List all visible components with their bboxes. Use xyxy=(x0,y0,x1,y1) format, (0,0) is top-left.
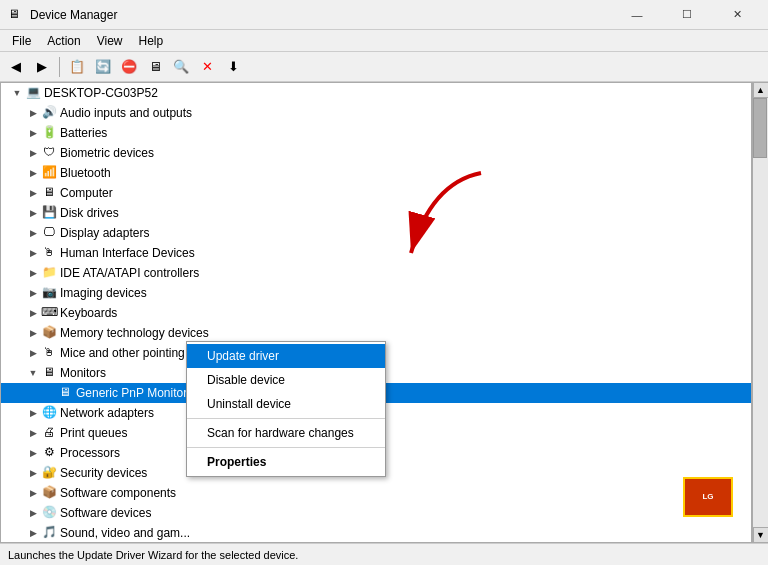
expand-icon-memory: ▶ xyxy=(25,328,41,338)
menu-view[interactable]: View xyxy=(89,32,131,50)
root-label: DESKTOP-CG03P52 xyxy=(44,86,158,100)
scrollbar-track[interactable] xyxy=(753,98,768,527)
print-label: Print queues xyxy=(60,426,127,440)
network-label: Network adapters xyxy=(60,406,154,420)
menu-file[interactable]: File xyxy=(4,32,39,50)
tree-panel[interactable]: ▼ 💻 DESKTOP-CG03P52 ▶ 🔊 Audio inputs and… xyxy=(0,82,752,543)
ide-icon: 📁 xyxy=(41,265,57,281)
expand-icon-display: ▶ xyxy=(25,228,41,238)
memory-icon: 📦 xyxy=(41,325,57,341)
network-icon: 🌐 xyxy=(41,405,57,421)
audio-icon: 🔊 xyxy=(41,105,57,121)
security-label: Security devices xyxy=(60,466,147,480)
expand-icon-audio: ▶ xyxy=(25,108,41,118)
batteries-label: Batteries xyxy=(60,126,107,140)
context-menu-item-scan-hardware[interactable]: Scan for hardware changes xyxy=(187,421,385,445)
bluetooth-icon: 📶 xyxy=(41,165,57,181)
expand-icon-disk: ▶ xyxy=(25,208,41,218)
context-menu-item-update-driver[interactable]: Update driver xyxy=(187,344,385,368)
toolbar-disable[interactable]: ⛔ xyxy=(117,55,141,79)
tree-item-biometric[interactable]: ▶ 🛡 Biometric devices xyxy=(1,143,751,163)
tree-item-audio[interactable]: ▶ 🔊 Audio inputs and outputs xyxy=(1,103,751,123)
menu-help[interactable]: Help xyxy=(131,32,172,50)
tree-item-display[interactable]: ▶ 🖵 Display adapters xyxy=(1,223,751,243)
maximize-button[interactable]: ☐ xyxy=(664,4,710,26)
tree-item-bluetooth[interactable]: ▶ 📶 Bluetooth xyxy=(1,163,751,183)
expand-icon-keyboards: ▶ xyxy=(25,308,41,318)
biometric-icon: 🛡 xyxy=(41,145,57,161)
toolbar-properties[interactable]: 📋 xyxy=(65,55,89,79)
tree-item-imaging[interactable]: ▶ 📷 Imaging devices xyxy=(1,283,751,303)
close-button[interactable]: ✕ xyxy=(714,4,760,26)
root-icon: 💻 xyxy=(25,85,41,101)
expand-icon-bluetooth: ▶ xyxy=(25,168,41,178)
tree-item-hid[interactable]: ▶ 🖱 Human Interface Devices xyxy=(1,243,751,263)
hid-label: Human Interface Devices xyxy=(60,246,195,260)
toolbar-download[interactable]: ⬇ xyxy=(221,55,245,79)
tree-item-software-components[interactable]: ▶ 📦 Software components xyxy=(1,483,751,503)
tree-item-batteries[interactable]: ▶ 🔋 Batteries xyxy=(1,123,751,143)
tree-item-disk[interactable]: ▶ 💾 Disk drives xyxy=(1,203,751,223)
software-devices-label: Software devices xyxy=(60,506,151,520)
expand-icon-mice: ▶ xyxy=(25,348,41,358)
display-label: Display adapters xyxy=(60,226,149,240)
print-icon: 🖨 xyxy=(41,425,57,441)
expand-icon-biometric: ▶ xyxy=(25,148,41,158)
security-icon: 🔐 xyxy=(41,465,57,481)
disk-icon: 💾 xyxy=(41,205,57,221)
expand-icon-imaging: ▶ xyxy=(25,288,41,298)
scrollbar-up-button[interactable]: ▲ xyxy=(753,82,769,98)
biometric-label: Biometric devices xyxy=(60,146,154,160)
context-menu-separator-1 xyxy=(187,418,385,419)
computer-icon: 🖥 xyxy=(41,185,57,201)
expand-icon-monitors: ▼ xyxy=(25,368,41,378)
tree-item-keyboards[interactable]: ▶ ⌨ Keyboards xyxy=(1,303,751,323)
generic-monitor-icon: 🖥 xyxy=(57,385,73,401)
processors-icon: ⚙ xyxy=(41,445,57,461)
keyboards-icon: ⌨ xyxy=(41,305,57,321)
watermark-badge: LG xyxy=(683,477,733,517)
tree-item-root[interactable]: ▼ 💻 DESKTOP-CG03P52 xyxy=(1,83,751,103)
generic-monitor-label: Generic PnP Monitor xyxy=(76,386,187,400)
tree-item-ide[interactable]: ▶ 📁 IDE ATA/ATAPI controllers xyxy=(1,263,751,283)
expand-icon-sound: ▶ xyxy=(25,528,41,538)
menu-action[interactable]: Action xyxy=(39,32,88,50)
monitors-icon: 🖥 xyxy=(41,365,57,381)
batteries-icon: 🔋 xyxy=(41,125,57,141)
expand-icon-batteries: ▶ xyxy=(25,128,41,138)
expand-icon-ide: ▶ xyxy=(25,268,41,278)
tree-item-software-devices[interactable]: ▶ 💿 Software devices xyxy=(1,503,751,523)
context-menu-item-properties[interactable]: Properties xyxy=(187,450,385,474)
toolbar-scan[interactable]: 🔍 xyxy=(169,55,193,79)
minimize-button[interactable]: — xyxy=(614,4,660,26)
scrollbar[interactable]: ▲ ▼ xyxy=(752,82,768,543)
toolbar-back[interactable]: ◀ xyxy=(4,55,28,79)
expand-icon-software-components: ▶ xyxy=(25,488,41,498)
tree-item-sound[interactable]: ▶ 🎵 Sound, video and gam... xyxy=(1,523,751,543)
ide-label: IDE ATA/ATAPI controllers xyxy=(60,266,199,280)
scrollbar-down-button[interactable]: ▼ xyxy=(753,527,769,543)
hid-icon: 🖱 xyxy=(41,245,57,261)
toolbar: ◀ ▶ 📋 🔄 ⛔ 🖥 🔍 ✕ ⬇ xyxy=(0,52,768,82)
context-menu-item-uninstall-device[interactable]: Uninstall device xyxy=(187,392,385,416)
memory-label: Memory technology devices xyxy=(60,326,209,340)
tree-item-computer[interactable]: ▶ 🖥 Computer xyxy=(1,183,751,203)
disk-label: Disk drives xyxy=(60,206,119,220)
toolbar-remove[interactable]: ✕ xyxy=(195,55,219,79)
context-menu: Update driver Disable device Uninstall d… xyxy=(186,341,386,477)
app-icon: 🖥 xyxy=(8,7,24,23)
status-bar: Launches the Update Driver Wizard for th… xyxy=(0,543,768,565)
expand-icon-hid: ▶ xyxy=(25,248,41,258)
toolbar-update-driver[interactable]: 🔄 xyxy=(91,55,115,79)
toolbar-uninstall[interactable]: 🖥 xyxy=(143,55,167,79)
scrollbar-thumb[interactable] xyxy=(753,98,767,158)
keyboards-label: Keyboards xyxy=(60,306,117,320)
processors-label: Processors xyxy=(60,446,120,460)
software-components-label: Software components xyxy=(60,486,176,500)
expand-icon-root: ▼ xyxy=(9,88,25,98)
mice-icon: 🖱 xyxy=(41,345,57,361)
context-menu-item-disable-device[interactable]: Disable device xyxy=(187,368,385,392)
toolbar-forward[interactable]: ▶ xyxy=(30,55,54,79)
expand-icon-security: ▶ xyxy=(25,468,41,478)
tree-item-memory[interactable]: ▶ 📦 Memory technology devices xyxy=(1,323,751,343)
